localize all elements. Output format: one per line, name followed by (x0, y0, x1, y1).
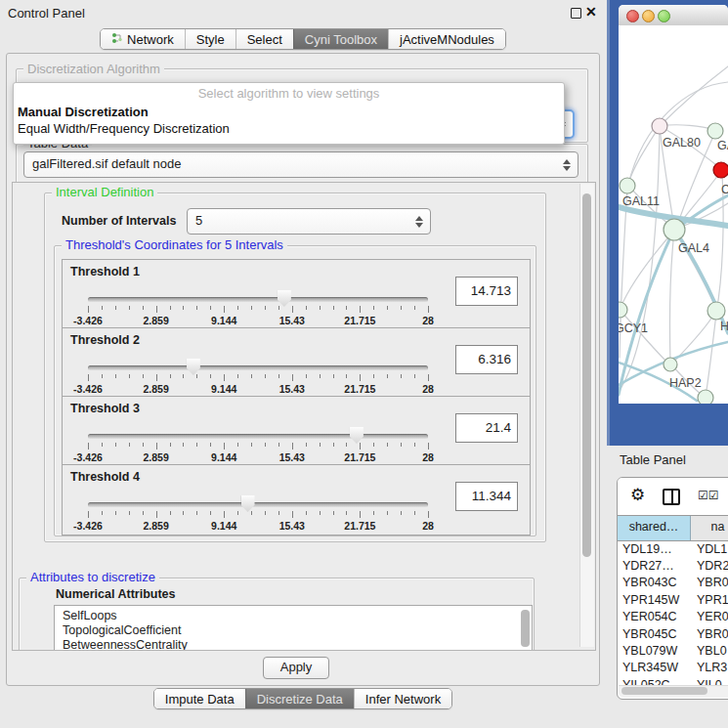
network-node[interactable] (619, 302, 627, 318)
settings-scrollbar-thumb[interactable] (582, 193, 591, 557)
network-window: GAL80GACGAL11GAL4GCY1HHAP2 (619, 5, 728, 404)
minimize-window-icon[interactable] (642, 10, 655, 22)
slider-thumb-icon[interactable] (187, 359, 200, 375)
network-edge[interactable] (619, 129, 660, 392)
column-header-shared-name[interactable]: shared… (618, 516, 691, 540)
slider-track[interactable] (88, 434, 428, 439)
tab-discretize-data[interactable]: Discretize Data (245, 689, 354, 708)
table-row[interactable]: YDR27…YDR2 (618, 557, 728, 574)
slider-scale-label: 2.859 (143, 451, 168, 463)
tab-impute-data[interactable]: Impute Data (154, 689, 245, 708)
network-edge[interactable] (669, 232, 674, 363)
network-node[interactable] (707, 302, 725, 320)
checkbox-icons[interactable]: ☑☑ (698, 489, 719, 502)
table-data-combobox[interactable]: galFiltered.sif default node (23, 151, 578, 178)
threshold-slider[interactable]: -3.4262.8599.14415.4321.71528 (88, 289, 428, 324)
slider-tick (387, 511, 388, 515)
network-node-label: GAL80 (663, 136, 701, 150)
network-edge[interactable] (706, 314, 716, 397)
float-icon[interactable] (571, 8, 581, 19)
threshold-slider[interactable]: -3.4262.8599.14415.4321.71528 (88, 426, 428, 461)
table-row[interactable]: YLR345WYLR3 (618, 660, 728, 676)
table-hscrollbar[interactable] (619, 685, 728, 698)
slider-tick (387, 374, 388, 378)
attributes-scrollbar[interactable] (521, 610, 530, 647)
apply-button[interactable]: Apply (263, 657, 329, 679)
tab-select[interactable]: Select (236, 29, 293, 49)
network-edge[interactable] (660, 66, 728, 126)
slider-tick (360, 511, 361, 518)
threshold-value-field[interactable]: 11.344 (455, 482, 518, 511)
slider-track[interactable] (88, 365, 428, 370)
settings-scrollbar[interactable] (579, 184, 594, 647)
slider-tick (115, 374, 116, 378)
table-row[interactable]: YER054CYER0 (618, 609, 728, 625)
threshold-slider[interactable]: -3.4262.8599.14415.4321.71528 (88, 494, 428, 530)
network-node[interactable] (620, 178, 635, 193)
table-row[interactable]: YBR043CYBR0 (618, 575, 728, 591)
slider-thumb-icon[interactable] (350, 427, 364, 444)
num-intervals-value: 5 (195, 213, 202, 228)
slider-tick (224, 443, 225, 450)
tab-network[interactable]: Network (101, 29, 185, 49)
slider-scale-label: 28 (422, 451, 434, 463)
tab-jactivemnodules[interactable]: jActiveMNodules (388, 29, 505, 49)
threshold-value-field[interactable]: 14.713 (455, 277, 518, 306)
network-window-titlebar[interactable] (619, 5, 728, 26)
slider-tick (196, 306, 197, 310)
tab-cyni-toolbox[interactable]: Cyni Toolbox (293, 29, 388, 49)
table-row[interactable]: YPR145WYPR1 (618, 591, 728, 608)
gear-icon[interactable]: ⚙ (630, 486, 645, 505)
slider-scale-label: 28 (422, 520, 434, 532)
slider-tick (170, 306, 171, 310)
slider-tick (156, 306, 157, 313)
network-node[interactable] (713, 162, 728, 178)
slider-tick (320, 306, 321, 310)
dropdown-option[interactable]: Manual Discretization (14, 104, 564, 120)
slider-tick (306, 511, 307, 515)
table-row[interactable]: YDL19…YDL1 (618, 540, 728, 557)
attribute-list-item[interactable]: SelfLoops (55, 609, 532, 623)
threshold-value-field[interactable]: 6.316 (455, 345, 518, 374)
threshold-value-field[interactable]: 21.4 (455, 413, 518, 443)
network-node[interactable] (698, 390, 713, 404)
slider-tick (170, 443, 171, 447)
interval-group-title: Interval Definition (52, 186, 157, 199)
zoom-window-icon[interactable] (658, 10, 670, 22)
close-window-icon[interactable] (626, 10, 639, 22)
network-node[interactable] (707, 123, 723, 139)
slider-tick (115, 443, 116, 447)
column-header-name[interactable]: na (691, 516, 728, 540)
network-node[interactable] (652, 118, 667, 134)
columns-icon[interactable] (663, 489, 680, 505)
attributes-list[interactable]: SelfLoopsTopologicalCoefficientBetweenne… (54, 605, 533, 651)
network-node[interactable] (664, 219, 685, 240)
network-edge[interactable] (628, 126, 660, 184)
table-row[interactable]: YBL079WYBL0 (618, 642, 728, 659)
slider-track[interactable] (88, 502, 428, 507)
slider-thumb-icon[interactable] (278, 290, 291, 307)
threshold-slider[interactable]: -3.4262.8599.14415.4321.71528 (88, 358, 428, 393)
table-hscrollbar-thumb[interactable] (621, 687, 707, 695)
slider-track[interactable] (88, 297, 428, 302)
network-node[interactable] (664, 358, 677, 371)
slider-tick (278, 443, 279, 447)
close-icon[interactable]: ✕ (585, 4, 597, 20)
settings-scroll-area: Interval Definition Number of Intervals … (12, 182, 596, 651)
attribute-list-item[interactable]: BetweennessCentrality (55, 638, 532, 651)
tab-label: Infer Network (365, 692, 441, 707)
table-row[interactable]: YBR045CYBR0 (618, 625, 728, 642)
network-canvas[interactable]: GAL80GACGAL11GAL4GCY1HHAP2 (619, 25, 728, 404)
slider-tick (156, 511, 157, 518)
app-window: Control Panel ✕ NetworkStyleSelectCyni T… (0, 0, 728, 728)
dropdown-option[interactable]: Equal Width/Frequency Discretization (14, 120, 564, 137)
combo-arrows-icon (415, 216, 423, 228)
tab-style[interactable]: Style (185, 29, 236, 49)
num-intervals-combobox[interactable]: 5 (187, 208, 431, 235)
slider-tick (156, 374, 157, 381)
tab-infer-network[interactable]: Infer Network (354, 689, 451, 708)
slider-thumb-icon[interactable] (241, 495, 255, 512)
slider-tick (414, 511, 415, 515)
threshold-label: Threshold 4 (70, 470, 140, 484)
attribute-list-item[interactable]: TopologicalCoefficient (55, 623, 532, 638)
